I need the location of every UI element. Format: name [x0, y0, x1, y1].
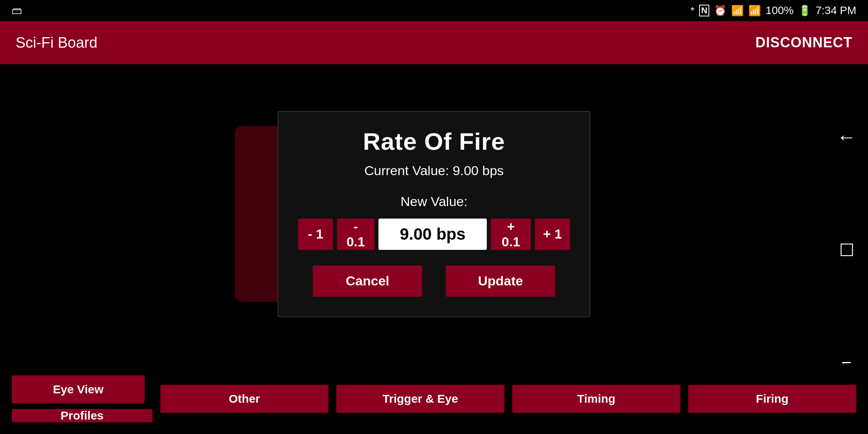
- dialog-title: Rate Of Fire: [298, 127, 570, 155]
- bluetooth-icon: *: [690, 5, 694, 17]
- minus-point-one-button[interactable]: - 0.1: [337, 219, 375, 250]
- current-value-display: Current Value: 9.00 bps: [298, 163, 570, 178]
- signal-icon: 📶: [748, 5, 761, 17]
- trigger-eye-button[interactable]: Trigger & Eye: [336, 385, 504, 413]
- other-button[interactable]: Other: [160, 385, 328, 413]
- bottom-nav-left: Eye View Profiles: [12, 375, 152, 422]
- plus-point-one-button[interactable]: + 0.1: [491, 219, 531, 250]
- wifi-icon: 📶: [731, 5, 744, 17]
- alarm-icon: ⏰: [714, 5, 726, 17]
- app-title: Sci-Fi Board: [16, 34, 97, 51]
- disconnect-button[interactable]: DISCONNECT: [755, 34, 852, 51]
- rate-of-fire-dialog: Rate Of Fire Current Value: 9.00 bps New…: [278, 111, 590, 317]
- bottom-nav: Eye View Profiles Other Trigger & Eye Ti…: [0, 364, 868, 434]
- value-control-row: - 1 - 0.1 9.00 bps + 0.1 + 1: [298, 219, 570, 250]
- action-row: Cancel Update: [298, 265, 570, 297]
- dialog-overlay: Rate Of Fire Current Value: 9.00 bps New…: [0, 64, 868, 364]
- status-bar-left: 🗃: [12, 5, 25, 17]
- update-button[interactable]: Update: [446, 265, 555, 297]
- minus-one-button[interactable]: - 1: [298, 219, 333, 250]
- nfc-icon: N: [699, 5, 709, 16]
- firing-button[interactable]: Firing: [688, 385, 856, 413]
- new-value-label: New Value:: [298, 194, 570, 209]
- cancel-button[interactable]: Cancel: [313, 265, 422, 297]
- app-header: Sci-Fi Board DISCONNECT: [0, 21, 868, 64]
- plus-one-button[interactable]: + 1: [535, 219, 570, 250]
- timing-button[interactable]: Timing: [512, 385, 680, 413]
- profiles-button[interactable]: Profiles: [12, 409, 152, 422]
- status-bar: 🗃 * N ⏰ 📶 📶 100% 🔋 7:34 PM: [0, 0, 868, 21]
- value-display: 9.00 bps: [378, 219, 487, 250]
- status-bar-right: * N ⏰ 📶 📶 100% 🔋 7:34 PM: [690, 4, 856, 17]
- eye-view-button[interactable]: Eye View: [12, 375, 145, 404]
- battery-icon: 🔋: [798, 5, 811, 17]
- bottom-nav-main: Other Trigger & Eye Timing Firing: [160, 385, 856, 413]
- app-icon: 🗃: [12, 5, 22, 17]
- battery-percent: 100%: [766, 4, 794, 17]
- time: 7:34 PM: [816, 4, 856, 17]
